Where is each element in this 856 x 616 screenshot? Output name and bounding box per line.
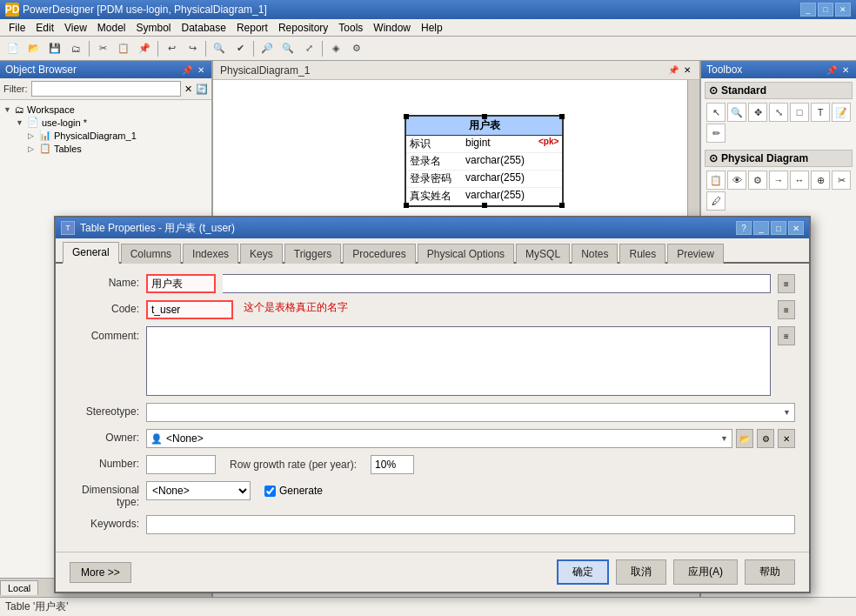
toolbox-item-join[interactable]: ⊕ (811, 171, 830, 190)
apply-button[interactable]: 应用(A) (673, 559, 738, 585)
toolbox-item-text[interactable]: T (811, 103, 830, 122)
tab-keys[interactable]: Keys (240, 244, 283, 264)
owner-clear-button[interactable]: ✕ (778, 429, 795, 448)
toolbar-redo[interactable]: ↪ (183, 39, 202, 58)
toolbox-item-select[interactable]: ↖ (706, 103, 726, 122)
toolbox-item-zoom[interactable]: 🔍 (727, 103, 746, 122)
toolbar-find[interactable]: 🔍 (210, 39, 229, 58)
local-tab[interactable]: Local (0, 580, 38, 595)
tab-notes[interactable]: Notes (572, 244, 618, 264)
filter-input[interactable] (31, 81, 182, 97)
tree-workspace[interactable]: ▼ 🗂 Workspace (3, 104, 208, 116)
dialog-help-button[interactable]: ? (736, 221, 752, 235)
stereotype-combo[interactable]: ▼ (146, 403, 795, 422)
tree-expand-use-login[interactable]: ▼ (16, 118, 24, 127)
object-browser-close[interactable]: ✕ (196, 65, 206, 75)
tab-columns[interactable]: Columns (121, 244, 181, 264)
tab-preview[interactable]: Preview (667, 244, 724, 264)
keywords-input[interactable] (146, 515, 795, 534)
toolbox-close[interactable]: ✕ (840, 65, 851, 75)
dialog-minimize-button[interactable]: _ (753, 221, 769, 235)
tab-triggers[interactable]: Triggers (284, 244, 342, 264)
menu-view[interactable]: View (59, 20, 92, 36)
owner-properties-button[interactable]: ⚙ (757, 429, 774, 448)
menu-report[interactable]: Report (231, 20, 273, 36)
menu-model[interactable]: Model (92, 20, 131, 36)
toolbox-item-table[interactable]: 📋 (706, 171, 726, 190)
toolbox-item-cut[interactable]: ✂ (832, 171, 851, 190)
menu-help[interactable]: Help (416, 20, 448, 36)
toolbox-item-resize[interactable]: ⤡ (769, 103, 788, 122)
tree-use-login[interactable]: ▼ 📄 use-login * (3, 116, 208, 129)
tab-general[interactable]: General (63, 242, 119, 264)
tree-expand-workspace[interactable]: ▼ (3, 105, 12, 114)
tab-indexes[interactable]: Indexes (183, 244, 238, 264)
maximize-button[interactable]: □ (818, 3, 833, 17)
minimize-button[interactable]: _ (800, 3, 816, 17)
comment-expand-button[interactable]: ≡ (778, 326, 795, 345)
number-input[interactable] (146, 455, 216, 474)
toolbar-fit[interactable]: ⤢ (299, 39, 318, 58)
growth-input[interactable] (371, 455, 414, 474)
dialog-maximize-button[interactable]: □ (771, 221, 786, 235)
owner-combo[interactable]: 👤 <None> ▼ (146, 429, 732, 448)
cancel-button[interactable]: 取消 (616, 559, 666, 585)
more-button[interactable]: More >> (70, 562, 131, 583)
menu-database[interactable]: Database (177, 20, 231, 36)
toolbox-standard-header[interactable]: ⊙ Standard (705, 82, 853, 99)
toolbox-item-view[interactable]: 👁 (727, 171, 746, 190)
menu-repository[interactable]: Repository (273, 20, 333, 36)
toolbar-zoom-in[interactable]: 🔎 (257, 39, 277, 58)
diagram-pin-icon[interactable]: 📌 (666, 65, 680, 75)
filter-clear-icon[interactable]: ✕ (184, 84, 192, 95)
owner-browse-button[interactable]: 📂 (736, 429, 753, 448)
diagram-close-icon[interactable]: ✕ (682, 65, 692, 75)
toolbox-item-proc[interactable]: ⚙ (748, 171, 767, 190)
dimensional-select[interactable]: <None> (146, 481, 251, 500)
tree-expand-pd[interactable]: ▷ (28, 131, 37, 140)
toolbar-impact[interactable]: ◈ (326, 39, 345, 58)
tab-physical-options[interactable]: Physical Options (418, 244, 514, 264)
tree-tables[interactable]: ▷ 📋 Tables (3, 142, 208, 155)
help-button[interactable]: 帮助 (745, 559, 795, 585)
name-expand-button[interactable]: ≡ (778, 274, 795, 293)
toolbar-cut[interactable]: ✂ (93, 39, 112, 58)
menu-file[interactable]: File (3, 20, 30, 36)
menu-edit[interactable]: Edit (30, 20, 59, 36)
name-field-rest[interactable] (223, 274, 771, 293)
toolbox-item-draw[interactable]: ✏ (706, 124, 726, 143)
comment-area[interactable] (146, 326, 771, 396)
filter-refresh-icon[interactable]: 🔄 (196, 84, 208, 95)
toolbar-save-all[interactable]: 🗂 (66, 39, 85, 58)
toolbox-item-link[interactable]: → (769, 171, 788, 190)
toolbar-check[interactable]: ✔ (231, 39, 250, 58)
code-field[interactable] (146, 300, 233, 319)
dialog-close-button[interactable]: ✕ (788, 221, 804, 235)
toolbar-paste[interactable]: 📌 (135, 39, 154, 58)
toolbar-zoom-out[interactable]: 🔍 (278, 39, 298, 58)
toolbar-copy[interactable]: 📋 (114, 39, 133, 58)
toolbox-item-edit[interactable]: 🖊 (706, 191, 726, 211)
close-button[interactable]: ✕ (835, 3, 851, 17)
name-field[interactable] (146, 274, 216, 293)
tree-physical-diagram[interactable]: ▷ 📊 PhysicalDiagram_1 (3, 129, 208, 142)
menu-symbol[interactable]: Symbol (131, 20, 177, 36)
tab-procedures[interactable]: Procedures (343, 244, 415, 264)
toolbar-undo[interactable]: ↩ (162, 39, 181, 58)
ok-button[interactable]: 确定 (557, 559, 609, 585)
toolbox-item-note[interactable]: 📝 (832, 103, 851, 122)
menu-window[interactable]: Window (368, 20, 416, 36)
toolbox-physical-header[interactable]: ⊙ Physical Diagram (705, 150, 853, 167)
toolbox-item-box[interactable]: □ (790, 103, 809, 122)
generate-checkbox-label[interactable]: Generate (264, 485, 323, 497)
table-properties-dialog[interactable]: T Table Properties - 用户表 (t_user) ? _ □ … (54, 216, 811, 593)
toolbar-generate[interactable]: ⚙ (347, 39, 366, 58)
toolbox-item-ref[interactable]: ↔ (790, 171, 809, 190)
toolbar-open[interactable]: 📂 (24, 39, 43, 58)
toolbox-item-move[interactable]: ✥ (748, 103, 767, 122)
tab-mysql[interactable]: MySQL (516, 244, 570, 264)
tab-rules[interactable]: Rules (619, 244, 665, 264)
menu-tools[interactable]: Tools (333, 20, 368, 36)
db-table[interactable]: 用户表 标识 bigint <pk> 登录名 varchar(255) 登录密码… (405, 115, 564, 207)
tree-expand-tables[interactable]: ▷ (28, 144, 37, 153)
